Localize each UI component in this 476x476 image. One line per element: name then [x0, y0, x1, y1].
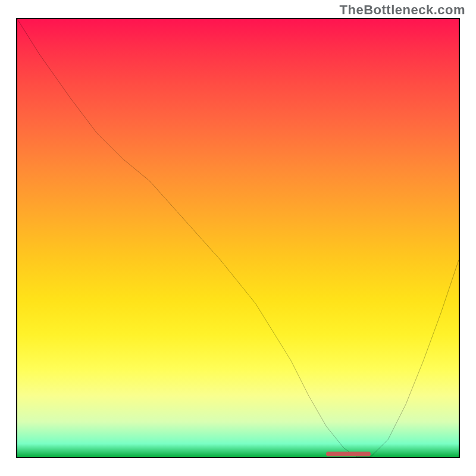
chart-frame: TheBottleneck.com [0, 0, 476, 476]
curve-path [17, 19, 459, 457]
bottleneck-curve [17, 19, 459, 457]
plot-area [16, 18, 460, 458]
watermark-text: TheBottleneck.com [340, 2, 465, 18]
sweet-spot-marker [326, 452, 370, 456]
